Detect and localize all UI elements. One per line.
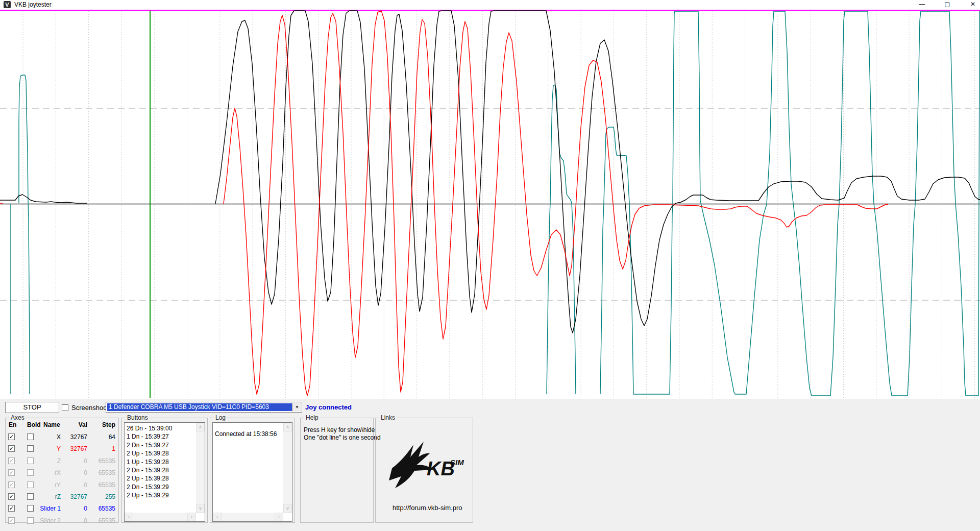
scroll-up-icon[interactable]: ∧ [283,423,292,431]
scroll-right-icon[interactable]: › [187,513,196,521]
axis-val: 0 [62,469,87,476]
en-checkbox-slider1[interactable]: ✓ [8,505,15,512]
button-event-item[interactable]: 2 Dn - 15:39:27 [127,441,194,449]
axis-step: 65535 [89,457,115,465]
control-panel: STOP Screenshoot 1 Defender COBRA M5 USB… [0,399,980,531]
group-help: Help Press H key for show\hide One "dot … [300,418,374,523]
bold-checkbox-slider1[interactable] [27,505,34,512]
group-buttons: Buttons 26 Dn - 15:39:001 Dn - 15:39:272… [121,418,208,523]
forum-url[interactable]: http://forum.vkb-sim.pro [393,504,462,512]
en-checkbox-rx[interactable]: ✓ [8,469,15,476]
oscilloscope-plot [0,9,980,399]
maximize-button[interactable]: ▢ [937,0,958,9]
axis-val: 32767 [62,445,87,452]
group-help-title: Help [304,414,320,421]
log-hscrollbar[interactable]: ‹ › [213,513,283,521]
buttons-hscrollbar[interactable]: ‹ › [125,513,196,521]
close-button[interactable]: ✕ [963,0,980,9]
bold-checkbox-y[interactable] [27,445,34,452]
buttons-vscrollbar[interactable]: ∧ ∨ [196,423,205,513]
axis-name: Z [36,457,61,465]
axis-val: 32767 [62,493,87,500]
column-header-name: Name [43,421,60,428]
button-event-item[interactable]: 2 Dn - 15:39:28 [127,466,194,474]
axis-step: 1 [89,445,115,452]
vkb-sim-logo: KB SIM [385,440,467,491]
bold-checkbox-x[interactable] [27,433,34,440]
bold-checkbox-rz[interactable] [27,493,34,500]
scroll-up-icon[interactable]: ∧ [196,423,205,431]
group-axes: Axes En Bold Name Val Step ✓X3276764✓Y32… [5,418,119,523]
scroll-left-icon[interactable]: ‹ [213,513,222,521]
button-event-item[interactable]: 1 Up - 15:39:28 [127,458,194,466]
button-event-item[interactable]: 2 Up - 15:39:29 [127,491,194,499]
buttons-list[interactable]: 26 Dn - 15:39:001 Dn - 15:39:272 Dn - 15… [124,422,205,522]
axis-name: rX [36,469,61,476]
log-entry: Connected at 15:38:56 [215,430,282,438]
screenshot-checkbox[interactable] [62,404,68,411]
bold-checkbox-slider2[interactable] [27,517,34,524]
screenshot-label: Screenshoot [71,404,109,412]
status-text: Joy connected [305,403,352,411]
axis-step: 65535 [89,505,115,512]
group-buttons-title: Buttons [126,414,150,421]
axis-name: Y [36,445,61,452]
app-icon: V [4,1,11,8]
help-line-1: Press H key for show\hide [304,426,375,433]
help-line-2: One "dot line" is one second [304,434,381,441]
axis-step: 255 [89,493,115,500]
axis-name: X [36,433,61,441]
en-checkbox-y[interactable]: ✓ [8,445,15,452]
axis-name: Slider 1 [36,505,61,512]
scroll-down-icon[interactable]: ∨ [283,504,292,513]
axis-name: Slider 2 [36,517,61,524]
log-vscrollbar[interactable]: ∧ ∨ [283,423,292,513]
group-links-title: Links [379,414,397,421]
bold-checkbox-z[interactable] [27,457,34,464]
stop-button[interactable]: STOP [5,402,59,413]
axis-step: 64 [89,433,115,441]
axis-val: 0 [62,481,87,489]
scroll-left-icon[interactable]: ‹ [125,513,133,521]
logo-sim-text: SIM [450,458,464,467]
axis-name: rY [36,481,61,489]
column-header-en: En [9,421,16,428]
button-event-item[interactable]: 2 Up - 15:39:28 [127,474,194,482]
group-links: Links KB SIM http://forum.vkb-sim.pro [375,418,473,523]
column-header-val: Val [67,421,87,428]
en-checkbox-x[interactable]: ✓ [8,433,15,440]
device-selected-value: 1 Defender COBRA M5 USB Joystick VID=11C… [107,403,292,411]
en-checkbox-ry[interactable]: ✓ [8,481,15,488]
axis-val: 0 [62,505,87,512]
axis-step: 65535 [89,469,115,476]
group-log: Log Connected at 15:38:56 ∧ ∨ ‹ › [210,418,295,523]
vkb-joytester-window: V VKB joytester — ▢ ✕ STOP Screenshoot 1… [0,0,980,531]
chevron-down-icon[interactable]: ▼ [292,403,301,412]
en-checkbox-z[interactable]: ✓ [8,457,15,464]
axis-val: 32767 [62,433,87,441]
column-header-bold: Bold [27,421,41,428]
title-bar: V VKB joytester — ▢ ✕ [0,0,980,9]
button-event-item[interactable]: 1 Dn - 15:39:27 [127,432,194,441]
axis-name: rZ [36,493,61,500]
axis-val: 0 [62,457,87,465]
group-axes-title: Axes [9,414,26,421]
en-checkbox-rz[interactable]: ✓ [8,493,15,500]
button-event-item[interactable]: 26 Dn - 15:39:00 [127,424,194,432]
en-checkbox-slider2[interactable]: ✓ [8,517,15,524]
minimize-button[interactable]: — [912,0,932,9]
scroll-down-icon[interactable]: ∨ [196,504,205,513]
group-log-title: Log [214,414,227,421]
window-title: VKB joytester [14,1,52,8]
log-list[interactable]: Connected at 15:38:56 ∧ ∨ ‹ › [212,422,292,522]
axis-step: 65535 [89,481,115,489]
axis-step: 65535 [89,517,115,524]
bold-checkbox-rx[interactable] [27,469,34,476]
axis-val: 0 [62,517,87,524]
scroll-right-icon[interactable]: › [275,513,283,521]
button-event-item[interactable]: 2 Up - 15:39:28 [127,449,194,457]
bold-checkbox-ry[interactable] [27,481,34,488]
axis-traces-chart [0,9,980,399]
device-combobox[interactable]: 1 Defender COBRA M5 USB Joystick VID=11C… [106,402,302,413]
button-event-item[interactable]: 2 Dn - 15:39:29 [127,483,194,491]
